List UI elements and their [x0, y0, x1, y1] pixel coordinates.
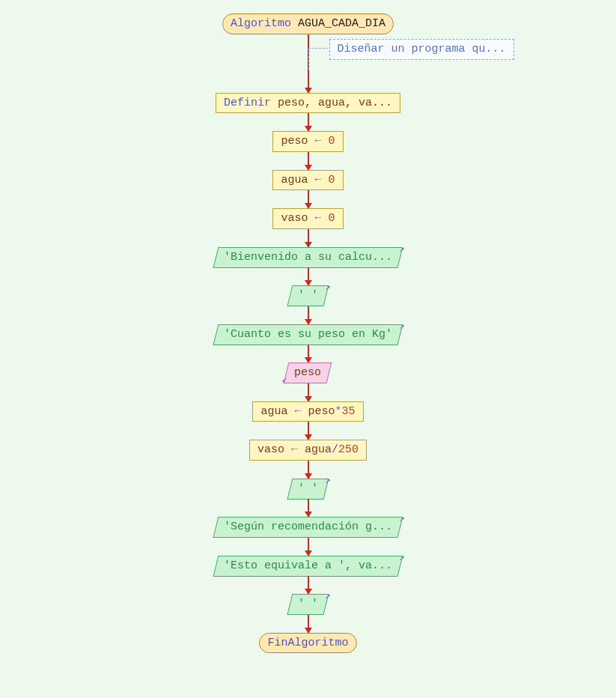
- arrow-down-icon: [308, 576, 309, 594]
- node-output-bienvenido: ↗ 'Bienvenido a su calcu...: [213, 247, 403, 268]
- arrow-down-icon: [308, 190, 309, 208]
- node-output-blank-3: ↗ ' ': [287, 594, 329, 615]
- keyword-definir: Definir: [224, 97, 271, 109]
- output-text: 'Bienvenido a su calcu...: [224, 250, 392, 265]
- node-output-equivale: ↗ 'Esto equivale a ', va...: [213, 556, 403, 577]
- output-text: 'Esto equivale a ', va...: [224, 559, 392, 574]
- arrow-down-icon: [308, 499, 309, 517]
- arrow-down-icon: [308, 306, 309, 324]
- node-declare: Definir peso, agua, va...: [216, 93, 400, 114]
- arrow-down-icon: [308, 422, 309, 440]
- output-arrow-icon: ↗: [399, 553, 404, 565]
- arrow-down-icon: [308, 152, 309, 170]
- node-assign-vaso-calc: vaso ← agua/250: [249, 440, 367, 461]
- algorithm-name: AGUA_CADA_DIA: [298, 17, 385, 30]
- output-arrow-icon: ↗: [399, 321, 404, 333]
- input-arrow-icon: ↙: [282, 374, 287, 386]
- output-text: 'Según recomendación g...: [224, 520, 392, 535]
- output-text: 'Cuanto es su peso en Kg': [224, 327, 392, 342]
- arrow-down-icon: [308, 345, 309, 362]
- node-assign-agua-calc: agua ← peso*35: [252, 401, 363, 422]
- output-text: ' ': [298, 482, 318, 497]
- node-assign-peso-0: peso ← 0: [272, 131, 343, 152]
- node-assign-vaso-0: vaso ← 0: [272, 208, 343, 229]
- output-text: ' ': [298, 597, 318, 612]
- node-input-peso: ↙ peso: [284, 362, 332, 383]
- keyword-finalgoritmo: FinAlgoritmo: [267, 637, 348, 649]
- node-output-recomendacion: ↗ 'Según recomendación g...: [213, 517, 403, 538]
- arrow-down-icon: [308, 615, 309, 633]
- terminal-start: Algoritmo AGUA_CADA_DIA: [222, 13, 394, 34]
- flowchart-canvas: Algoritmo AGUA_CADA_DIA Diseñar un progr…: [0, 0, 616, 698]
- arrow-down-icon: [308, 538, 309, 556]
- arrow-down-icon: [308, 267, 309, 285]
- output-arrow-icon: ↗: [325, 476, 330, 488]
- output-arrow-icon: ↗: [325, 591, 330, 603]
- node-assign-agua-0: agua ← 0: [272, 170, 343, 191]
- output-arrow-icon: ↗: [399, 514, 404, 526]
- arrow-down-icon: [308, 113, 309, 131]
- arrow-down-icon: [308, 383, 309, 401]
- terminal-end: FinAlgoritmo: [259, 633, 356, 654]
- arrow-down-icon: [308, 229, 309, 247]
- node-start: Algoritmo AGUA_CADA_DIA: [222, 13, 394, 34]
- output-text: ' ': [298, 288, 318, 303]
- dashed-connector-icon: [308, 48, 332, 70]
- keyword-algoritmo: Algoritmo: [231, 17, 291, 30]
- node-output-blank-1: ↗ ' ': [287, 285, 329, 306]
- comment-node: Diseñar un programa qu...: [329, 39, 514, 60]
- input-var: peso: [294, 365, 321, 380]
- arrow-down-icon: [308, 461, 309, 479]
- output-arrow-icon: ↗: [325, 282, 330, 294]
- output-arrow-icon: ↗: [399, 244, 404, 256]
- node-output-prompt-peso: ↗ 'Cuanto es su peso en Kg': [213, 324, 403, 345]
- node-output-blank-2: ↗ ' ': [287, 479, 329, 500]
- declare-vars: peso, agua, va...: [271, 97, 392, 109]
- comment-text: Diseñar un programa qu...: [338, 43, 506, 55]
